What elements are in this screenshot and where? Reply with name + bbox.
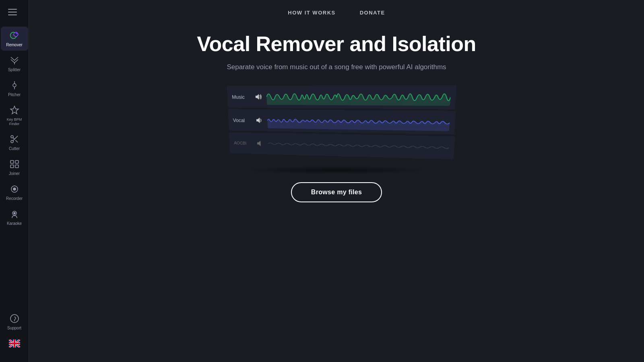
sidebar-item-recorder[interactable]: Recorder	[1, 180, 28, 204]
sidebar-item-pitcher-label: Pitcher	[8, 93, 21, 97]
svg-marker-9	[10, 106, 19, 114]
hero-subtitle: Separate voice from music out of a song …	[227, 63, 446, 71]
sidebar-item-cutter[interactable]: Cutter	[1, 130, 28, 154]
svg-rect-16	[15, 160, 19, 163]
pitcher-icon	[9, 80, 20, 91]
sidebar-item-karaoke[interactable]: Karaoke	[1, 205, 28, 229]
language-flag-icon	[9, 338, 20, 349]
hero-title: Vocal Remover and Isolation	[197, 32, 476, 56]
music-volume-icon	[255, 93, 263, 101]
svg-rect-15	[10, 160, 14, 163]
svg-point-11	[11, 140, 13, 143]
svg-rect-29	[257, 142, 259, 145]
nav-how-it-works[interactable]: HOW IT WORKS	[288, 10, 335, 16]
top-nav: HOW IT WORKS DONATE	[29, 0, 644, 24]
sidebar-item-cutter-label: Cutter	[9, 146, 20, 151]
hero-section: Vocal Remover and Isolation Separate voi…	[29, 32, 644, 202]
accel-track-label: AOCBl	[234, 141, 253, 146]
accel-waveform	[268, 136, 449, 156]
main-content: HOW IT WORKS DONATE Vocal Remover and Is…	[29, 0, 644, 362]
vocal-track-label: Vocal	[233, 117, 252, 123]
music-waveform: // Generate waveform bars via inline SVG…	[266, 88, 451, 106]
menu-button[interactable]	[6, 5, 23, 19]
sidebar-item-karaoke-label: Karaoke	[7, 221, 22, 226]
waveform-visualization: Music	[224, 86, 449, 166]
svg-point-10	[11, 136, 13, 138]
music-track-panel: Music	[227, 85, 456, 109]
sidebar-item-remover-label: Remover	[6, 43, 23, 47]
keybpm-icon	[9, 105, 20, 116]
karaoke-icon	[9, 208, 20, 220]
sidebar-item-language[interactable]	[1, 335, 28, 354]
sidebar-item-pitcher[interactable]: Pitcher	[1, 76, 28, 101]
svg-rect-18	[15, 165, 19, 168]
remover-icon	[9, 30, 20, 41]
svg-point-20	[13, 188, 16, 190]
accel-volume-icon	[257, 140, 264, 147]
vocal-track-panel: Vocal	[228, 109, 456, 134]
vocal-volume-icon	[256, 116, 264, 124]
vocal-waveform	[267, 113, 450, 131]
svg-point-22	[14, 212, 15, 214]
joiner-icon	[9, 158, 20, 170]
sidebar-item-joiner-label: Joiner	[9, 171, 20, 176]
svg-marker-28	[258, 117, 260, 123]
sidebar-item-remover[interactable]: Remover	[1, 27, 28, 51]
svg-marker-30	[258, 141, 260, 146]
nav-donate[interactable]: DONATE	[360, 10, 385, 16]
svg-point-7	[13, 84, 16, 87]
svg-rect-17	[10, 165, 14, 168]
svg-marker-26	[257, 94, 259, 100]
sidebar: Remover Splitter Pitcher	[0, 0, 29, 362]
svg-point-23	[10, 315, 19, 323]
svg-rect-27	[256, 119, 258, 121]
sidebar-item-support-label: Support	[7, 326, 21, 331]
sidebar-item-support[interactable]: Support	[1, 310, 28, 334]
svg-rect-25	[256, 96, 257, 98]
accel-track-panel: AOCBl	[229, 132, 455, 160]
sidebar-item-keybpm[interactable]: Key BPM Finder	[1, 101, 28, 130]
svg-line-14	[13, 138, 14, 139]
sidebar-item-splitter-label: Splitter	[8, 68, 21, 72]
svg-line-13	[15, 140, 18, 142]
recorder-icon	[9, 183, 20, 195]
splitter-icon	[9, 55, 20, 66]
browse-files-button[interactable]: Browse my files	[291, 182, 382, 202]
sidebar-item-keybpm-label: Key BPM Finder	[7, 117, 22, 126]
sidebar-item-joiner[interactable]: Joiner	[1, 155, 28, 179]
sidebar-item-recorder-label: Recorder	[6, 196, 23, 201]
cutter-icon	[9, 134, 20, 145]
svg-point-4	[15, 32, 17, 34]
support-icon	[9, 313, 20, 324]
sidebar-item-splitter[interactable]: Splitter	[1, 51, 28, 76]
music-track-label: Music	[232, 94, 252, 100]
